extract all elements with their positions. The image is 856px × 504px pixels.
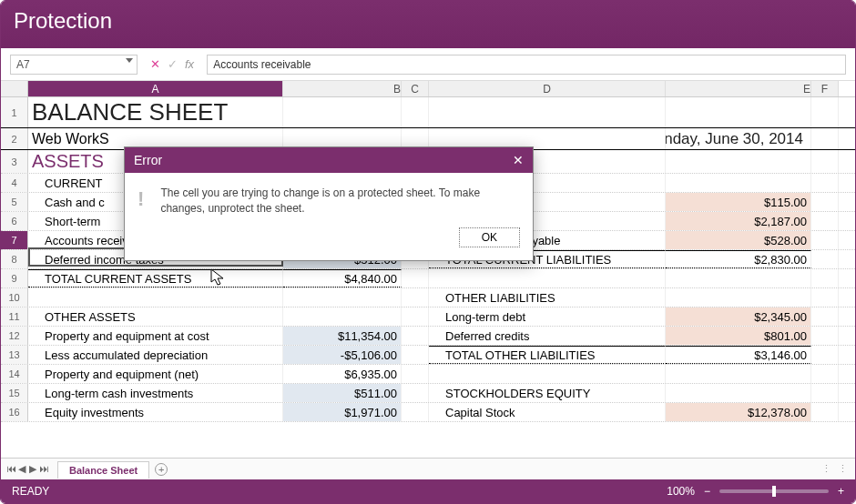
- cell[interactable]: [283, 288, 402, 307]
- formula-input[interactable]: Accounts receivable: [207, 55, 846, 75]
- row-header[interactable]: 12: [1, 327, 28, 345]
- cell[interactable]: BALANCE SHEET: [28, 97, 283, 127]
- cell[interactable]: Long-term cash investments: [28, 384, 283, 402]
- tab-splitter[interactable]: ⋮ ⋮: [821, 463, 850, 475]
- cell[interactable]: [811, 307, 839, 326]
- col-header-D[interactable]: D: [429, 81, 666, 96]
- cell[interactable]: [811, 231, 839, 249]
- cell[interactable]: Property and equipment at cost: [28, 327, 283, 345]
- row-header[interactable]: 1: [1, 97, 28, 127]
- ok-button[interactable]: OK: [459, 227, 520, 247]
- cell[interactable]: [402, 288, 429, 307]
- cell[interactable]: [402, 327, 429, 345]
- row-header[interactable]: 16: [1, 403, 28, 421]
- cell[interactable]: [666, 97, 811, 127]
- cell[interactable]: [811, 269, 839, 287]
- cell[interactable]: [811, 150, 839, 173]
- cell[interactable]: $801.00: [666, 327, 811, 345]
- cell[interactable]: [28, 288, 283, 307]
- cancel-icon[interactable]: ✕: [150, 57, 160, 71]
- cell[interactable]: [811, 97, 839, 127]
- cell[interactable]: [402, 365, 429, 383]
- cell[interactable]: $11,354.00: [283, 327, 402, 345]
- cell[interactable]: $528.00: [666, 231, 811, 249]
- cell[interactable]: -$5,106.00: [283, 346, 402, 364]
- cell[interactable]: Capital Stock: [429, 403, 666, 421]
- close-icon[interactable]: ✕: [513, 153, 524, 167]
- cell[interactable]: $4,840.00: [283, 269, 402, 287]
- cell[interactable]: [402, 97, 429, 127]
- cell[interactable]: [811, 128, 839, 149]
- cell[interactable]: TOTAL CURRENT ASSETS: [28, 269, 283, 287]
- cell[interactable]: $6,935.00: [283, 365, 402, 383]
- cell[interactable]: [429, 97, 666, 127]
- col-header-A[interactable]: A: [28, 81, 283, 96]
- zoom-slider[interactable]: [719, 489, 829, 493]
- cell[interactable]: Property and equipment (net): [28, 365, 283, 383]
- cell[interactable]: Less accumulated depreciation: [28, 346, 283, 364]
- col-header-C[interactable]: C: [402, 81, 429, 96]
- name-box[interactable]: A7: [10, 55, 138, 75]
- cell[interactable]: $115.00: [666, 193, 811, 211]
- fx-icon[interactable]: fx: [185, 57, 194, 71]
- cell[interactable]: [402, 269, 429, 287]
- cell[interactable]: [666, 384, 811, 402]
- next-sheet-icon[interactable]: ▶: [28, 463, 37, 475]
- row-header[interactable]: 11: [1, 307, 28, 326]
- zoom-in-button[interactable]: +: [838, 485, 844, 498]
- cell[interactable]: [811, 212, 839, 230]
- cell[interactable]: [429, 269, 666, 287]
- row-header[interactable]: 2: [1, 128, 28, 149]
- row-header[interactable]: 5: [1, 193, 28, 211]
- cell[interactable]: [811, 327, 839, 345]
- cell[interactable]: $2,187.00: [666, 212, 811, 230]
- cell[interactable]: STOCKHOLDERS EQUITY: [429, 384, 666, 402]
- cell[interactable]: [666, 365, 811, 383]
- row-header[interactable]: 8: [1, 250, 28, 268]
- row-header[interactable]: 10: [1, 288, 28, 307]
- row-header[interactable]: 6: [1, 212, 28, 230]
- cell[interactable]: [811, 193, 839, 211]
- cell[interactable]: $2,830.00: [666, 250, 811, 268]
- row-header[interactable]: 14: [1, 365, 28, 383]
- cell[interactable]: $2,345.00: [666, 307, 811, 326]
- row-header[interactable]: 9: [1, 269, 28, 287]
- cell[interactable]: [283, 97, 402, 127]
- zoom-label[interactable]: 100%: [667, 485, 695, 498]
- cell[interactable]: Equity investments: [28, 403, 283, 421]
- cell[interactable]: [811, 384, 839, 402]
- select-all-corner[interactable]: [1, 81, 28, 96]
- cell[interactable]: $1,971.00: [283, 403, 402, 421]
- cell[interactable]: Deferred credits: [429, 327, 666, 345]
- cell[interactable]: TOTAL OTHER LIABILITIES: [429, 346, 666, 364]
- cell[interactable]: [402, 346, 429, 364]
- row-header[interactable]: 15: [1, 384, 28, 402]
- prev-sheet-icon[interactable]: ◀: [17, 463, 26, 475]
- cell[interactable]: [666, 288, 811, 307]
- cell[interactable]: [811, 288, 839, 307]
- col-header-E[interactable]: E: [666, 81, 811, 96]
- first-sheet-icon[interactable]: ⏮: [6, 463, 15, 475]
- cell[interactable]: [283, 307, 402, 326]
- cell[interactable]: $3,146.00: [666, 346, 811, 364]
- col-header-F[interactable]: F: [811, 81, 839, 96]
- cell[interactable]: [402, 384, 429, 402]
- add-sheet-button[interactable]: +: [155, 463, 168, 476]
- cell[interactable]: $511.00: [283, 384, 402, 402]
- cell[interactable]: [402, 403, 429, 421]
- cell[interactable]: [666, 174, 811, 192]
- cell[interactable]: [811, 365, 839, 383]
- row-header[interactable]: 4: [1, 174, 28, 192]
- zoom-thumb[interactable]: [772, 486, 776, 497]
- cell[interactable]: $12,378.00: [666, 403, 811, 421]
- cell[interactable]: [811, 403, 839, 421]
- row-header[interactable]: 13: [1, 346, 28, 364]
- cell[interactable]: OTHER LIABILITIES: [429, 288, 666, 307]
- sheet-tab[interactable]: Balance Sheet: [57, 461, 149, 479]
- spreadsheet-grid[interactable]: A B C D E F 1 BALANCE SHEET 2 Web WorkS …: [1, 81, 855, 458]
- row-header[interactable]: 3: [1, 150, 28, 173]
- row-header[interactable]: 7: [1, 231, 28, 249]
- last-sheet-icon[interactable]: ⏭: [39, 463, 48, 475]
- cell[interactable]: [666, 150, 811, 173]
- cell[interactable]: [402, 307, 429, 326]
